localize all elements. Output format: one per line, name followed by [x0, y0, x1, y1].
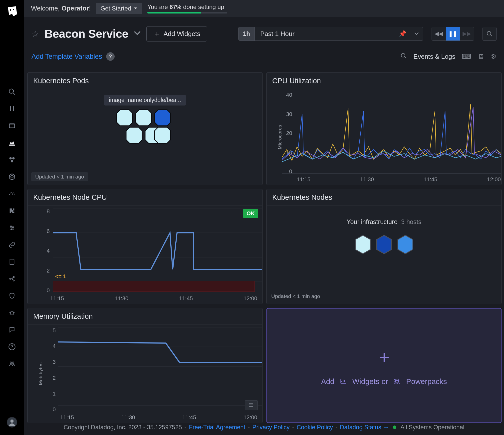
infra-caption: Your infrastructure 3 hosts	[267, 218, 501, 226]
title-dropdown-button[interactable]	[134, 30, 141, 37]
svg-marker-34	[377, 235, 392, 254]
dashboard-title: Beacon Service	[44, 27, 128, 40]
watchdog-icon[interactable]	[7, 104, 17, 114]
time-back-button[interactable]: ◀◀	[432, 27, 446, 40]
pin-icon[interactable]: 📌	[395, 27, 410, 40]
svg-point-2	[9, 157, 12, 160]
time-range-chip[interactable]: 1h	[239, 27, 255, 40]
footer-link-status[interactable]: Datadog Status →	[340, 424, 389, 431]
widget-title: CPU Utilization	[267, 73, 501, 89]
add-widgets-button[interactable]: ＋ Add Widgets	[146, 26, 207, 42]
search-icon[interactable]	[400, 52, 407, 61]
svg-marker-35	[398, 235, 413, 254]
footer-link-privacy[interactable]: Privacy Policy	[252, 424, 289, 431]
svg-point-9	[11, 229, 12, 230]
updated-label: Updated < 1 min ago	[31, 172, 88, 181]
user-avatar[interactable]	[7, 417, 17, 428]
svg-marker-26	[155, 127, 171, 143]
svg-point-18	[10, 420, 14, 423]
widget-grid: Kubernetes Pods image_name:onlydole/bea.…	[27, 72, 502, 418]
svg-rect-43	[396, 380, 399, 382]
time-picker[interactable]: 1h Past 1 Hour 📌	[238, 27, 423, 41]
widget-k8s-nodes[interactable]: Kubernetes Nodes Your infrastructure 3 h…	[266, 189, 502, 304]
threshold-band	[53, 281, 255, 292]
updated-label: Updated < 1 min ago	[271, 293, 320, 299]
svg-point-15	[10, 362, 12, 364]
title-row: ☆ Beacon Service ＋ Add Widgets 1h Past 1…	[24, 22, 504, 45]
svg-point-7	[10, 226, 11, 227]
pod-hostmap	[113, 108, 178, 150]
sliders-icon[interactable]	[7, 222, 17, 233]
svg-point-20	[401, 53, 405, 57]
datadog-logo-icon[interactable]	[5, 4, 19, 18]
time-pause-button[interactable]: ❚❚	[446, 27, 460, 40]
svg-point-6	[11, 176, 13, 178]
setup-progress[interactable]: You are 67% done setting up	[147, 4, 227, 14]
time-dropdown-button[interactable]	[410, 27, 423, 40]
add-template-variables-link[interactable]: Add Template Variables	[31, 53, 102, 60]
widget-title: Kubernetes Node CPU	[28, 189, 262, 206]
add-widget-line: Add Widgets or Powerpacks	[321, 377, 447, 386]
monitor-icon[interactable]: 🖥	[478, 53, 484, 60]
widget-title: Kubernetes Nodes	[267, 189, 501, 206]
template-help-icon[interactable]: ?	[106, 52, 115, 61]
welcome-text: Welcome, Operator!	[31, 4, 91, 12]
threshold-label: <= 1	[55, 273, 66, 280]
time-range-label: Past 1 Hour	[255, 30, 395, 38]
time-forward-button[interactable]: ▶▶	[460, 27, 474, 40]
y-axis: 543210	[45, 327, 56, 413]
get-started-button[interactable]: Get Started	[96, 3, 142, 14]
help-icon[interactable]	[7, 342, 17, 352]
svg-point-10	[10, 278, 11, 280]
puzzle-icon[interactable]	[7, 206, 17, 216]
svg-point-16	[12, 362, 14, 364]
svg-point-19	[487, 31, 491, 35]
events-icon[interactable]	[7, 120, 17, 131]
flow-icon[interactable]	[7, 274, 17, 284]
y-axis-label: Mebibytes	[38, 362, 43, 385]
widget-memory-utilization[interactable]: Memory Utilization Mebibytes 543210 ☰ 1	[27, 308, 262, 423]
widget-k8s-pods[interactable]: Kubernetes Pods image_name:onlydole/bea.…	[27, 72, 262, 185]
plus-icon: ＋	[375, 345, 393, 369]
widget-cpu-utilization[interactable]: CPU Utilization Microcores 403020100	[266, 72, 502, 185]
global-search-button[interactable]	[483, 27, 497, 41]
svg-rect-1	[9, 124, 15, 128]
sub-row: Add Template Variables ? Events & Logs ⌨…	[24, 49, 504, 64]
y-axis: 86420	[39, 208, 50, 294]
add-widget-placeholder[interactable]: ＋ Add Widgets or Powerpacks	[266, 308, 502, 423]
svg-point-4	[11, 160, 13, 162]
legend-toggle-button[interactable]: ☰	[245, 400, 258, 410]
footer-link-cookie[interactable]: Cookie Policy	[297, 424, 333, 431]
chat-icon[interactable]	[7, 324, 17, 335]
favorite-star-icon[interactable]: ☆	[31, 29, 39, 39]
status-dot-icon	[393, 426, 396, 429]
keyboard-icon[interactable]: ⌨	[462, 53, 471, 60]
virus-icon[interactable]	[7, 308, 17, 318]
dashboards-icon[interactable]	[7, 138, 17, 148]
chart-icon	[340, 377, 347, 386]
footer-link-trial[interactable]: Free-Trial Agreement	[189, 424, 245, 431]
widget-title: Memory Utilization	[28, 308, 262, 325]
x-axis: 11:1511:3011:4512:00	[50, 295, 257, 302]
notebook-icon[interactable]	[7, 256, 17, 267]
mem-chart	[58, 327, 262, 423]
widget-node-cpu[interactable]: Kubernetes Node CPU OK 86420 <= 1 11:151…	[27, 189, 262, 304]
gauge-icon[interactable]	[7, 188, 17, 199]
hostmap-group-label: image_name:onlydole/bea...	[104, 95, 186, 106]
infrastructure-icon[interactable]	[7, 154, 17, 165]
settings-gear-icon[interactable]: ⚙	[491, 53, 497, 60]
systems-status-text: All Systems Operational	[400, 424, 464, 431]
left-nav	[0, 0, 24, 435]
svg-marker-22	[136, 110, 152, 126]
node-hostmap	[352, 233, 417, 262]
team-icon[interactable]	[7, 358, 17, 369]
target-icon[interactable]	[7, 172, 17, 182]
svg-point-0	[9, 89, 14, 94]
events-logs-link[interactable]: Events & Logs	[413, 53, 455, 60]
top-bar: Welcome, Operator! Get Started You are 6…	[24, 0, 504, 17]
shield-icon[interactable]	[7, 290, 17, 301]
link-icon[interactable]	[7, 240, 17, 250]
footer: Copyright Datadog, Inc. 2023 - 35.125975…	[24, 420, 504, 435]
search-icon[interactable]	[7, 86, 17, 97]
svg-marker-23	[155, 110, 171, 126]
